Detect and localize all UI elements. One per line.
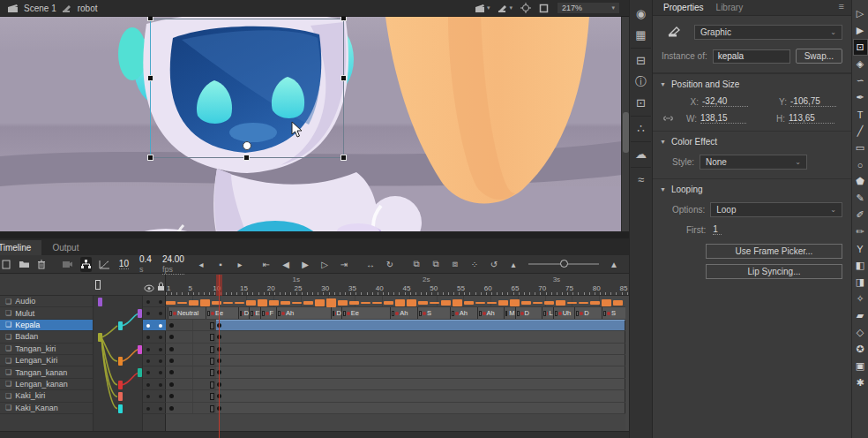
layer-lock-dot[interactable] (159, 395, 162, 398)
frame-span[interactable] (216, 390, 625, 401)
visibility-column-icon[interactable] (144, 280, 154, 296)
frame-ruler[interactable]: 15101520253035404550556065707580851s2s3s (166, 275, 629, 296)
keyframe-dot[interactable] (169, 335, 174, 339)
layer-visibility-dot[interactable] (146, 359, 150, 363)
handle-bottom-right[interactable] (340, 155, 347, 161)
frames-row-Tangan_kanan[interactable] (166, 366, 625, 378)
frames-row-Kaki_kiri[interactable] (166, 390, 625, 402)
frame-span[interactable] (216, 331, 625, 342)
layer-visibility-dot[interactable] (146, 383, 150, 387)
ink-bottle-tool[interactable]: ◨ (853, 274, 868, 291)
gradient-transform-tool[interactable]: ◈ (853, 56, 868, 72)
empty-keyframe-marker[interactable] (210, 369, 214, 376)
eraser-tool[interactable]: ▰ (853, 307, 868, 324)
phoneme-keyframe[interactable]: S (417, 307, 450, 318)
paint-bucket-tool[interactable]: ◧ (853, 257, 868, 274)
x-value[interactable]: -32,40 (702, 96, 748, 107)
layer-visibility-dot[interactable] (146, 312, 150, 315)
panel-menu-icon[interactable]: ≡ (839, 1, 844, 11)
clip-menu-icon[interactable]: ▾ (475, 4, 490, 13)
breadcrumb-scene[interactable]: Scene 1 (24, 4, 56, 13)
stage-vertical-scrollbar[interactable] (621, 17, 629, 231)
swatches-panel-icon[interactable]: ▦ (631, 25, 651, 45)
clip-content-icon[interactable] (539, 4, 549, 13)
parent-tag-Tangan_kiri[interactable] (138, 345, 142, 354)
first-frame-icon[interactable]: ⇤ (260, 260, 273, 269)
keyframe-dot[interactable] (169, 359, 174, 363)
text-tool[interactable]: T (853, 106, 868, 123)
parent-tag-Kaki_kiri[interactable] (118, 392, 123, 401)
layer-visibility-dot[interactable] (146, 300, 150, 304)
phoneme-keyframe[interactable]: D (515, 307, 542, 318)
phoneme-keyframe[interactable]: Ee (341, 307, 390, 318)
frame-span[interactable] (216, 403, 625, 413)
layer-visibility-dot[interactable] (146, 324, 150, 328)
w-value[interactable]: 138,15 (700, 113, 746, 124)
phoneme-keyframe[interactable]: Ah (276, 307, 331, 318)
phoneme-keyframe[interactable]: D (574, 307, 602, 318)
frames-row-Kepala[interactable] (166, 320, 625, 331)
last-frame-icon[interactable]: ⇥ (338, 260, 350, 269)
oval-tool[interactable]: ○ (853, 156, 868, 173)
breadcrumb-symbol[interactable]: robot (78, 4, 98, 13)
phoneme-keyframe[interactable]: Uh (553, 307, 575, 318)
next-frame-icon[interactable]: ▷ (318, 260, 331, 269)
layer-visibility-dot[interactable] (146, 407, 150, 411)
empty-keyframe-marker[interactable] (210, 358, 214, 365)
parent-tag-Kepala[interactable] (118, 321, 123, 330)
tab-properties[interactable]: Properties (663, 3, 704, 12)
center-frame-icon[interactable] (520, 3, 531, 13)
loop-options-dropdown[interactable]: Loop⌄ (710, 202, 842, 217)
lock-column-icon[interactable] (157, 279, 165, 295)
playhead[interactable] (219, 275, 220, 438)
play-icon[interactable]: ▶ (299, 260, 311, 269)
tab-output[interactable]: Output (41, 240, 89, 255)
instance-name-field[interactable]: kepala (713, 49, 790, 64)
style-dropdown[interactable]: None⌄ (700, 155, 807, 170)
phoneme-keyframe[interactable]: S (602, 307, 625, 318)
loop-range-icon[interactable]: ↔ (364, 260, 377, 269)
phoneme-keyframe[interactable]: L (542, 307, 552, 318)
parent-tag-Tangan_kanan[interactable] (138, 368, 142, 377)
frames-row-Mulut[interactable]: NeutralEeDEFAhDEeAhSAhAhMDLUhDS (166, 307, 625, 319)
layer-lock-dot[interactable] (159, 371, 162, 374)
layer-lock-dot[interactable] (159, 348, 162, 351)
link-dimensions-icon[interactable] (658, 113, 677, 124)
keyframe-dot[interactable] (169, 323, 174, 328)
position-size-header[interactable]: ▼ Position and Size (653, 73, 851, 94)
onion-outline-icon[interactable]: ⧉ (430, 259, 442, 269)
empty-keyframe-marker[interactable] (210, 334, 214, 341)
frames-row-Kaki_Kanan[interactable] (166, 403, 625, 414)
enlarge-frames-icon[interactable]: ▲ (608, 260, 620, 269)
layer-lock-dot[interactable] (159, 300, 162, 304)
color-panel-icon[interactable]: ◉ (631, 4, 651, 24)
layer-visibility-dot[interactable] (146, 395, 150, 398)
edit-multiple-frames-icon[interactable]: ⧈ (449, 259, 461, 269)
parent-tag-Lengan_kanan[interactable] (118, 381, 123, 389)
selection-bounding-box[interactable] (150, 19, 344, 158)
frames-grid[interactable]: 15101520253035404550556065707580851s2s3s… (166, 275, 629, 438)
new-folder-icon[interactable] (19, 260, 30, 268)
parent-tag-Lengan_Kiri[interactable] (118, 357, 123, 366)
frame-span[interactable] (216, 355, 625, 366)
phoneme-keyframe[interactable]: Neutral (168, 307, 206, 318)
shrink-frames-icon[interactable]: ▴ (507, 260, 520, 269)
polystar-tool[interactable]: ⬟ (853, 173, 868, 190)
graph-editor-icon[interactable] (99, 260, 110, 269)
onion-range-icon[interactable]: ⁘ (468, 260, 481, 269)
handle-bottom-center[interactable] (243, 155, 250, 161)
eyedropper-tool[interactable]: ✧ (853, 291, 868, 307)
handle-mid-right[interactable] (340, 75, 347, 81)
width-tool[interactable]: ◇ (853, 324, 868, 341)
phoneme-keyframe[interactable]: Ah (477, 307, 505, 318)
info-panel-icon[interactable]: ⓘ (631, 72, 651, 92)
frame-span[interactable] (216, 379, 625, 389)
layer-lock-dot[interactable] (159, 324, 162, 328)
empty-keyframe-marker[interactable] (210, 346, 214, 353)
prev-frame-icon[interactable]: ◀ (280, 260, 292, 269)
y-value[interactable]: -106,75 (790, 96, 836, 107)
free-transform-tool[interactable]: ⊡ (853, 39, 868, 56)
edit-symbols-icon[interactable]: ▾ (498, 4, 513, 13)
keyframe-dot[interactable] (169, 347, 174, 351)
layer-visibility-dot[interactable] (146, 348, 150, 351)
